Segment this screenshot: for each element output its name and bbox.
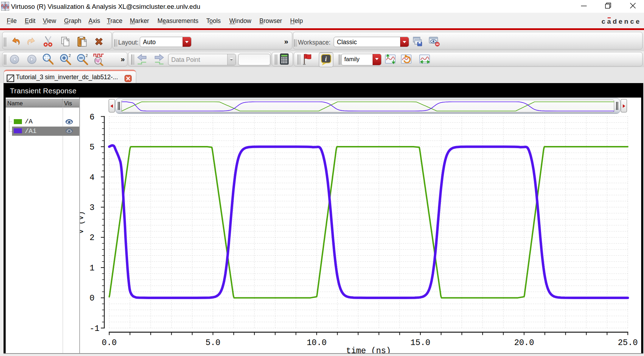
svg-text:0: 0: [90, 293, 94, 303]
svg-text:15.0: 15.0: [410, 338, 430, 348]
svg-text:2: 2: [86, 53, 88, 58]
svg-text:3: 3: [90, 203, 94, 212]
svg-text:10.0: 10.0: [307, 338, 327, 348]
svg-text:20.0: 20.0: [514, 338, 534, 348]
svg-text:1: 1: [90, 263, 94, 273]
svg-text:0.0: 0.0: [102, 338, 117, 348]
svg-text:i: i: [325, 56, 327, 63]
svg-text:2: 2: [90, 233, 94, 243]
svg-text:25.0: 25.0: [618, 338, 638, 348]
svg-text:4: 4: [90, 173, 94, 182]
svg-text:V (V): V (V): [79, 211, 85, 234]
svg-text:6: 6: [90, 112, 94, 122]
svg-text:2: 2: [69, 53, 71, 58]
svg-text:5: 5: [90, 142, 94, 152]
svg-text:5.0: 5.0: [206, 338, 220, 348]
svg-text:-1: -1: [90, 324, 99, 333]
